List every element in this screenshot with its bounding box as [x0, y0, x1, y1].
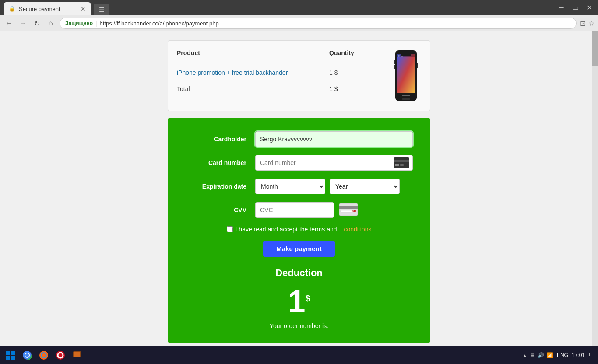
back-button[interactable]: ←: [4, 19, 14, 27]
new-tab-button[interactable]: ☰: [94, 4, 109, 15]
address-input[interactable]: Защищено | https://ff.backhander.cc/a/ip…: [60, 18, 577, 29]
make-payment-button[interactable]: Make payment: [263, 241, 334, 257]
cardholder-label: Cardholder: [185, 136, 255, 143]
svg-rect-14: [400, 164, 404, 166]
tab-lock-icon: 🔒: [9, 6, 15, 12]
taskbar-chrome-icon[interactable]: [20, 348, 34, 351]
taskbar: ▲ 🖥 🔊 📶 ENG 17:01 🗨: [0, 346, 598, 351]
terms-row: I have read and accept the terms and con…: [185, 226, 413, 233]
reload-button[interactable]: ↻: [32, 19, 42, 28]
tab-title: Secure payment: [19, 6, 60, 12]
cardholder-row: Cardholder: [185, 131, 413, 147]
card-number-row: Card number: [185, 155, 413, 171]
page-content: Product Quantity iPhone promotion + free…: [0, 32, 598, 351]
maximize-button[interactable]: ▭: [570, 4, 580, 12]
title-bar: 🔒 Secure payment ✕ ☰ ─ ▭ ✕: [0, 0, 598, 15]
tab-close-button[interactable]: ✕: [81, 5, 86, 12]
total-value: 1 $: [329, 85, 382, 92]
month-select[interactable]: Month 010203 040506 070809 101112: [255, 178, 325, 194]
card-number-wrapper: [255, 155, 413, 171]
extensions-icon[interactable]: ⊡: [580, 19, 586, 28]
main-container: Product Quantity iPhone promotion + free…: [168, 40, 430, 343]
svg-rect-11: [394, 157, 409, 168]
svg-rect-9: [394, 65, 395, 69]
svg-rect-13: [395, 164, 399, 166]
payment-form: Cardholder Card number: [168, 118, 430, 343]
iphone-illustration: 9:41: [394, 49, 418, 102]
svg-rect-20: [11, 351, 15, 351]
table-row: iPhone promotion + free trial backhander…: [177, 66, 382, 80]
svg-point-30: [56, 351, 65, 351]
svg-rect-7: [402, 98, 410, 100]
order-number-text: Your order number is:: [185, 322, 413, 329]
svg-point-27: [39, 351, 48, 351]
product-info: Product Quantity iPhone promotion + free…: [177, 49, 382, 96]
product-name[interactable]: iPhone promotion + free trial backhander: [177, 69, 329, 76]
total-label: Total: [177, 85, 329, 92]
taskbar-other-icon[interactable]: [70, 348, 84, 351]
svg-point-23: [23, 351, 32, 351]
expiration-row: Expiration date Month 010203 040506 0708…: [185, 178, 413, 194]
col-product-header: Product: [177, 49, 329, 56]
card-icon: [394, 157, 409, 168]
address-bar: ← → ↻ ⌂ Защищено | https://ff.backhander…: [0, 15, 598, 32]
cvv-icon: 343: [339, 203, 358, 217]
total-row: Total 1 $: [177, 82, 382, 96]
deduction-section: Deduction 1$ Your order number is:: [185, 267, 413, 329]
terms-text: I have read and accept the terms and: [236, 226, 337, 233]
forward-button[interactable]: →: [18, 19, 28, 27]
svg-rect-6: [402, 95, 410, 96]
terms-checkbox[interactable]: [227, 226, 233, 232]
product-table: Product Quantity iPhone promotion + free…: [168, 40, 430, 111]
quantity-value: 1 $: [329, 69, 382, 76]
svg-rect-2: [397, 54, 415, 93]
svg-text:343: 343: [352, 210, 356, 213]
table-header: Product Quantity: [177, 49, 382, 61]
year-select[interactable]: Year 202420252026 202720282029 2030: [330, 178, 400, 194]
svg-rect-16: [339, 206, 358, 209]
svg-rect-17: [341, 210, 353, 212]
deduction-amount: 1$: [185, 286, 413, 317]
svg-rect-15: [339, 203, 358, 216]
cvv-input[interactable]: [255, 202, 334, 218]
browser-window: 🔒 Secure payment ✕ ☰ ─ ▭ ✕ ← → ↻ ⌂ Защищ…: [0, 0, 598, 32]
scrollbar-track[interactable]: [592, 32, 598, 351]
window-controls: ─ ▭ ✕: [556, 4, 594, 12]
svg-rect-19: [6, 351, 10, 351]
taskbar-windows-icon[interactable]: [4, 348, 18, 351]
tab-bar: 🔒 Secure payment ✕ ☰: [4, 0, 554, 15]
cvv-wrapper: 343: [255, 202, 413, 218]
cvv-row: CVV 343: [185, 202, 413, 218]
deduction-title: Deduction: [185, 267, 413, 279]
scrollbar-thumb[interactable]: [592, 32, 598, 66]
col-quantity-header: Quantity: [329, 49, 382, 56]
card-number-label: Card number: [185, 159, 255, 166]
address-actions: ⊡ ☆: [580, 19, 594, 28]
expiration-label: Expiration date: [185, 183, 255, 190]
cardholder-input[interactable]: [255, 131, 413, 147]
svg-rect-8: [394, 60, 395, 64]
phone-image: 9:41: [390, 49, 421, 102]
cvv-label: CVV: [185, 206, 255, 214]
svg-rect-5: [401, 54, 411, 56]
url-text: https://ff.backhander.cc/a/iphonex/payme…: [99, 20, 218, 27]
minimize-button[interactable]: ─: [556, 4, 566, 11]
secure-badge: Защищено: [65, 20, 93, 26]
card-number-input[interactable]: [255, 155, 413, 171]
close-button[interactable]: ✕: [584, 4, 594, 12]
terms-link[interactable]: conditions: [344, 226, 371, 233]
home-button[interactable]: ⌂: [46, 19, 56, 27]
active-tab[interactable]: 🔒 Secure payment ✕: [4, 2, 91, 15]
svg-rect-12: [394, 160, 409, 162]
bookmark-icon[interactable]: ☆: [588, 19, 594, 28]
svg-rect-10: [417, 63, 418, 68]
taskbar-firefox-icon[interactable]: [37, 348, 51, 351]
taskbar-opera-icon[interactable]: [53, 348, 67, 351]
expiry-selects: Month 010203 040506 070809 101112 Year 2…: [255, 178, 413, 194]
